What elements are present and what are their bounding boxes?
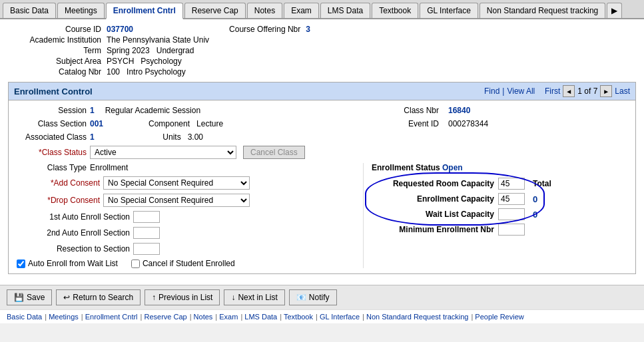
course-offering-value: 3 [306,25,310,34]
auto-enroll-checkbox-label: Auto Enroll from Wait List [28,259,118,268]
tab-notes[interactable]: Notes [247,3,282,18]
tab-enrollment-cntrl[interactable]: Enrollment Cntrl [106,3,183,19]
auto-enroll-1-label: 1st Auto Enroll Section [17,212,133,222]
enrollment-cap-label: Enrollment Capacity [372,194,498,204]
save-button[interactable]: 💾 Save [7,289,52,305]
resection-label: Resection to Section [17,244,133,254]
total-label: Total [533,179,551,188]
row-class-type: Class Type Enrollment [17,163,363,172]
course-id-value: 037700 [107,25,209,34]
footer-link-gl-interface[interactable]: GL Interface [320,313,360,321]
footer-link-reserve-cap[interactable]: Reserve Cap [144,313,186,321]
enroll-status-value: Open [442,163,463,172]
session-value[interactable]: 1 [90,106,95,115]
auto-enroll-2-input[interactable] [133,227,160,239]
tab-textbook[interactable]: Textbook [372,3,418,18]
tab-reserve-cap[interactable]: Reserve Cap [184,3,246,18]
prev-nav-button[interactable]: ◄ [563,85,575,97]
cancel-checkbox[interactable] [131,259,140,268]
tab-exam[interactable]: Exam [284,3,319,18]
section-header: Enrollment Control Find | View All First… [9,83,635,100]
section-title: Enrollment Control [14,86,93,96]
footer-link-lms-data[interactable]: LMS Data [244,313,277,321]
find-link[interactable]: Find [484,86,499,96]
row-session: Session 1 Regular Academic Session Class… [17,106,627,115]
tabs-bar: Basic Data Meetings Enrollment Cntrl Res… [0,0,644,19]
footer-link-basic-data[interactable]: Basic Data [7,313,42,321]
requested-room-label: Requested Room Capacity [372,179,498,188]
row-class-status: *Class Status Active Cancelled Stop Furt… [17,146,627,159]
component-value: Lecture [196,119,223,128]
row-waitlist-cap: Wait List Capacity 0 [372,208,627,220]
tab-basic-data[interactable]: Basic Data [3,3,56,18]
subject-label: Subject Area [8,57,101,66]
term-label: Term [8,46,101,55]
class-nbr-value: 16840 [448,106,470,115]
notify-button[interactable]: 📧 Notify [289,289,337,305]
enroll-status-label: Enrollment Status [372,163,440,172]
row-drop-consent: *Drop Consent No Special Consent Require… [17,194,363,207]
auto-enroll-checkbox[interactable] [17,259,25,268]
auto-enroll-1-input[interactable] [133,211,160,223]
class-status-select[interactable]: Active Cancelled Stop Further Enrollment… [90,146,236,159]
resection-input[interactable] [133,243,160,255]
footer-link-meetings[interactable]: Meetings [49,313,79,321]
row-enrollment-cap: Enrollment Capacity 0 [372,193,627,205]
tab-lms-data[interactable]: LMS Data [320,3,370,18]
class-type-label: Class Type [17,163,90,172]
row-auto-enroll-2: 2nd Auto Enroll Section [17,227,363,239]
row-min-enrollment: Minimum Enrollment Nbr [372,224,627,236]
next-nav-button[interactable]: ► [600,85,612,97]
institution-label: Academic Institution [8,35,101,45]
add-consent-select[interactable]: No Special Consent Required Instructor C… [103,176,250,190]
return-search-icon: ↩ [63,293,70,302]
tab-more-button[interactable]: ▶ [607,3,622,18]
tab-gl-interface[interactable]: GL Interface [420,3,478,18]
course-offering: Course Offering Nbr 3 [229,25,310,77]
waitlist-cap-label: Wait List Capacity [372,210,498,219]
footer-link-exam[interactable]: Exam [219,313,238,321]
session-label: Session [17,106,90,115]
tab-meetings[interactable]: Meetings [57,3,105,18]
footer-link-enrollment-cntrl[interactable]: Enrollment Cntrl [85,313,138,321]
assoc-class-label: Associated Class [17,132,90,142]
class-section-label: Class Section [17,119,90,128]
return-search-button[interactable]: ↩ Return to Search [56,289,141,305]
next-list-icon: ↓ [231,293,235,302]
cancel-class-button[interactable]: Cancel Class [243,146,305,159]
tab-non-standard[interactable]: Non Standard Request tracking [480,3,605,18]
footer-link-non-standard[interactable]: Non Standard Request tracking [366,313,468,321]
cancel-checkbox-item: Cancel if Student Enrolled [131,259,235,268]
cancel-checkbox-label: Cancel if Student Enrolled [143,259,235,268]
right-column: Enrollment Status Open Requested Room Ca… [363,163,627,268]
footer-link-notes[interactable]: Notes [194,313,213,321]
assoc-class-value[interactable]: 1 [90,132,95,142]
main-content: Course ID 037700 Academic Institution Th… [0,19,644,285]
enrollment-total-value: 0 [533,194,537,204]
footer-link-textbook[interactable]: Textbook [284,313,313,321]
class-section-value: 001 [90,119,103,128]
row-requested-room: Requested Room Capacity Total [372,178,627,190]
min-enrollment-input[interactable] [498,224,525,236]
prev-list-button[interactable]: ↑ Previous in List [145,289,220,305]
session-name: Regular Academic Session [105,106,200,115]
catalog-value: 100 Intro Psychology [107,67,209,77]
class-status-label: *Class Status [17,148,90,157]
course-info-left: Course ID 037700 Academic Institution Th… [8,25,209,77]
requested-room-input[interactable] [498,178,525,190]
drop-consent-select[interactable]: No Special Consent Required Instructor C… [103,194,250,207]
class-type-value: Enrollment [90,163,128,172]
component-label: Component [114,119,194,128]
units-value: 3.00 [188,132,203,142]
row-assoc-class: Associated Class 1 Units 3.00 [17,132,627,142]
subject-value: PSYCH Psychology [107,57,209,66]
institution-value: The Pennsylvania State Univ [107,35,209,45]
waitlist-cap-input[interactable] [498,208,525,220]
section-body: Session 1 Regular Academic Session Class… [9,100,635,273]
units-label: Units [105,132,185,142]
next-list-button[interactable]: ↓ Next in List [224,289,284,305]
footer-link-people-review[interactable]: People Review [475,313,523,321]
waitlist-total-value: 0 [533,210,537,220]
enrollment-cap-input[interactable] [498,193,525,205]
view-all-link[interactable]: View All [507,86,535,96]
